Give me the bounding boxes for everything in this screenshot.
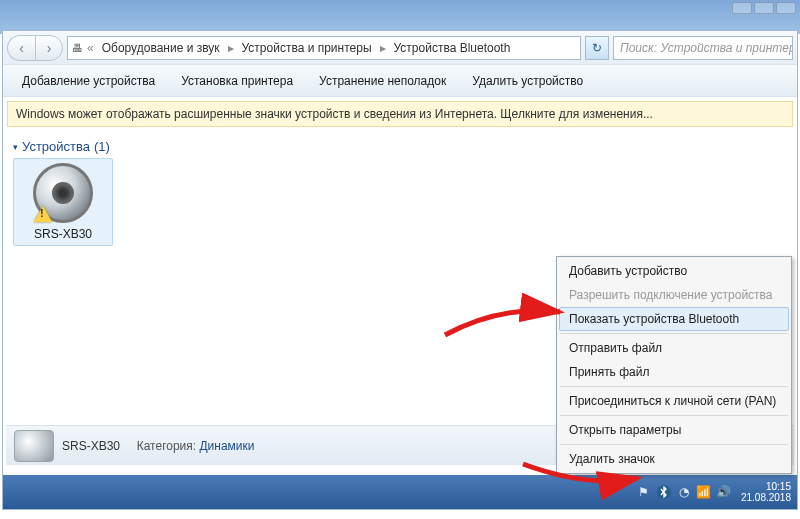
breadcrumb-item[interactable]: Оборудование и звук — [98, 40, 224, 56]
command-bar: Добавление устройства Установка принтера… — [3, 65, 797, 97]
network-tray-icon[interactable]: ◔ — [677, 485, 691, 499]
warning-overlay-icon — [34, 206, 52, 222]
add-device-button[interactable]: Добавление устройства — [9, 69, 168, 93]
speaker-cone-icon — [52, 182, 74, 204]
breadcrumb-sep: « — [85, 41, 96, 55]
details-name: SRS-XB30 — [62, 439, 120, 453]
ctx-separator — [560, 415, 788, 416]
nav-row: ‹ › 🖶 « Оборудование и звук ▸ Устройства… — [3, 31, 797, 65]
back-icon: ‹ — [19, 40, 24, 56]
ctx-separator — [560, 444, 788, 445]
forward-button[interactable]: › — [35, 35, 63, 61]
ctx-join-pan[interactable]: Присоединиться к личной сети (PAN) — [559, 389, 789, 413]
clock-time: 10:15 — [741, 481, 791, 492]
ctx-separator — [560, 333, 788, 334]
close-button[interactable] — [776, 2, 796, 14]
info-bar[interactable]: Windows может отображать расширенные зна… — [7, 101, 793, 127]
ctx-open-params[interactable]: Открыть параметры — [559, 418, 789, 442]
group-count: (1) — [94, 139, 110, 154]
ctx-separator — [560, 386, 788, 387]
info-bar-text: Windows может отображать расширенные зна… — [16, 107, 653, 121]
breadcrumb-sep: ▸ — [226, 41, 236, 55]
breadcrumb-item[interactable]: Устройства Bluetooth — [390, 40, 515, 56]
group-header[interactable]: ▾ Устройства (1) — [13, 135, 787, 158]
search-placeholder: Поиск: Устройства и принтеры — [620, 41, 793, 55]
flag-tray-icon[interactable]: ⚑ — [637, 485, 651, 499]
volume-tray-icon[interactable]: 🔊 — [717, 485, 731, 499]
clock-date: 21.08.2018 — [741, 492, 791, 503]
refresh-button[interactable]: ↻ — [585, 36, 609, 60]
bluetooth-tray-icon[interactable] — [657, 485, 671, 499]
remove-device-button[interactable]: Удалить устройство — [459, 69, 596, 93]
details-info: SRS-XB30 Категория: Динамики — [62, 439, 255, 453]
ctx-show-bluetooth[interactable]: Показать устройства Bluetooth — [559, 307, 789, 331]
add-printer-button[interactable]: Установка принтера — [168, 69, 306, 93]
system-tray: ⚑ ◔ 📶 🔊 10:15 21.08.2018 — [637, 481, 791, 503]
signal-tray-icon[interactable]: 📶 — [697, 485, 711, 499]
taskbar: ⚑ ◔ 📶 🔊 10:15 21.08.2018 — [3, 475, 797, 509]
details-category-value[interactable]: Динамики — [199, 439, 254, 453]
troubleshoot-button[interactable]: Устранение неполадок — [306, 69, 459, 93]
group-title: Устройства — [22, 139, 90, 154]
refresh-icon: ↻ — [592, 41, 602, 55]
clock[interactable]: 10:15 21.08.2018 — [741, 481, 791, 503]
breadcrumb-item[interactable]: Устройства и принтеры — [238, 40, 376, 56]
forward-icon: › — [47, 40, 52, 56]
details-thumb-icon — [14, 430, 54, 462]
collapse-icon: ▾ — [13, 142, 18, 152]
location-icon: 🖶 — [72, 42, 83, 54]
maximize-button[interactable] — [754, 2, 774, 14]
ctx-allow-connect: Разрешить подключение устройства — [559, 283, 789, 307]
nav-buttons: ‹ › — [7, 35, 63, 61]
ctx-add-device[interactable]: Добавить устройство — [559, 259, 789, 283]
bluetooth-context-menu: Добавить устройство Разрешить подключени… — [556, 256, 792, 474]
ctx-remove-icon[interactable]: Удалить значок — [559, 447, 789, 471]
speaker-icon — [33, 163, 93, 223]
window-titlebar — [0, 0, 800, 34]
window-controls — [732, 2, 796, 14]
ctx-receive-file[interactable]: Принять файл — [559, 360, 789, 384]
ctx-send-file[interactable]: Отправить файл — [559, 336, 789, 360]
minimize-button[interactable] — [732, 2, 752, 14]
breadcrumb-sep: ▸ — [378, 41, 388, 55]
device-label: SRS-XB30 — [18, 227, 108, 241]
details-category-label: Категория: — [137, 439, 196, 453]
address-bar[interactable]: 🖶 « Оборудование и звук ▸ Устройства и п… — [67, 36, 581, 60]
back-button[interactable]: ‹ — [7, 35, 35, 61]
search-input[interactable]: Поиск: Устройства и принтеры — [613, 36, 793, 60]
device-item[interactable]: SRS-XB30 — [13, 158, 113, 246]
